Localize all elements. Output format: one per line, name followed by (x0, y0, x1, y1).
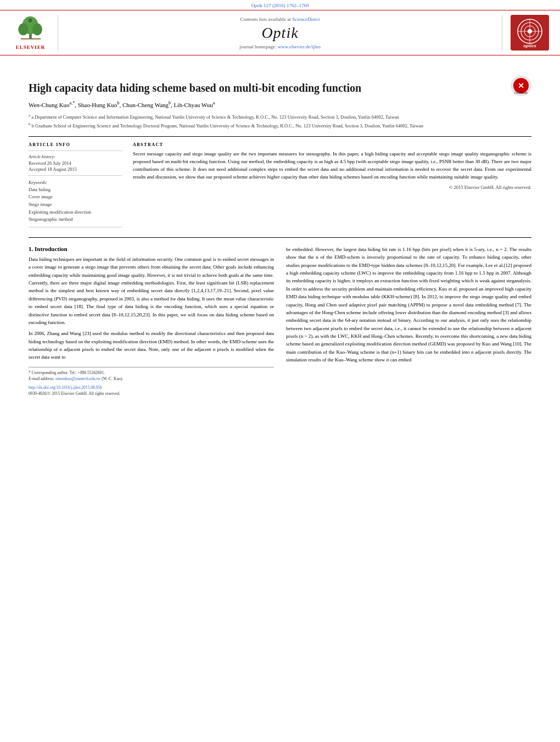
section1-right-para1: be embedded. However, the largest data h… (286, 246, 531, 364)
svg-point-2 (18, 24, 28, 36)
info-divider-mid (29, 175, 122, 176)
svg-text:✕: ✕ (518, 81, 524, 90)
homepage-line: journal homepage: www.elsevier.de/ijleo (239, 44, 320, 49)
journal-header: ELSEVIER Contents lists available at Sci… (0, 10, 560, 55)
right-column: be embedded. However, the largest data h… (286, 246, 531, 397)
keywords-label: Keywords: (29, 180, 122, 185)
keyword-1: Data hiding (29, 186, 122, 194)
article-info-title: ARTICLE INFO (29, 142, 122, 147)
body-columns: 1. Introduction Data hiding techniques a… (29, 246, 531, 397)
abstract-title: ABSTRACT (133, 142, 531, 147)
svg-text:optics: optics (523, 43, 536, 48)
svg-rect-5 (20, 38, 40, 40)
journal-center: Contents lists available at ScienceDirec… (64, 15, 496, 51)
sciencedirect-link[interactable]: ScienceDirect (292, 16, 320, 22)
footnote-corresponding: * Corresponding author. Tel.: +886 55342… (29, 370, 274, 376)
keyword-5: Steganographic method (29, 216, 122, 224)
homepage-link[interactable]: www.elsevier.de/ijleo (278, 44, 321, 49)
article-info-column: ARTICLE INFO Article history: Received 2… (29, 142, 122, 231)
footnote-section: * Corresponding author. Tel.: +886 55342… (29, 367, 274, 382)
affiliations: a a Department of Computer Science and I… (29, 113, 531, 130)
page: Optik 127 (2016) 1762–1769 ELSEVIER Con (0, 0, 560, 742)
info-divider-top (29, 150, 122, 151)
optik-logo-icon: optics (511, 15, 549, 51)
svg-point-4 (28, 18, 32, 22)
affiliation-b: b b Graduate School of Engineering Scien… (29, 121, 531, 130)
left-column: 1. Introduction Data hiding techniques a… (29, 246, 274, 397)
affiliation-a: a a Department of Computer Science and I… (29, 113, 531, 121)
article-title: High capacity data hiding scheme based o… (29, 81, 504, 95)
received-date: Received 26 July 2014 (29, 160, 122, 166)
contents-line: Contents lists available at ScienceDirec… (240, 16, 320, 22)
abstract-text: Secret message capacity and stego image … (133, 150, 531, 181)
optik-logo-box: optics (502, 15, 551, 51)
keyword-3: Stego image (29, 201, 122, 209)
accepted-date: Accepted 18 August 2015 (29, 166, 122, 172)
keywords-section: Keywords: Data hiding Cover image Stego … (29, 180, 122, 224)
crossmark-icon: ✕ CrossMark (511, 75, 531, 96)
info-divider-bot (29, 227, 122, 227)
crossmark-logo: ✕ CrossMark (511, 75, 531, 97)
doi-line: http://dx.doi.org/10.1016/j.ijleo.2015.0… (29, 385, 274, 390)
issn-line: 0030-4026/© 2015 Elsevier GmbH. All righ… (29, 391, 274, 396)
body-divider (29, 237, 531, 238)
section-divider (29, 136, 531, 137)
elsevier-tree-icon (14, 15, 47, 43)
keyword-4: Exploiting modification direction (29, 209, 122, 216)
section1-para1: Data hiding techniques are important in … (29, 255, 274, 327)
authors-line: Wen-Chung Kuoa,*, Shao-Hung Kuob, Chun-C… (29, 101, 531, 108)
email-link[interactable]: simonkuo@yuntech.edu.tw (55, 376, 100, 381)
copyright-line: © 2015 Elsevier GmbH. All rights reserve… (133, 185, 531, 190)
svg-text:CrossMark: CrossMark (514, 91, 528, 94)
elsevier-logo: ELSEVIER (9, 15, 58, 51)
info-abstract-section: ARTICLE INFO Article history: Received 2… (29, 142, 531, 231)
history-label: Article history: (29, 154, 122, 159)
keyword-2: Cover image (29, 193, 122, 201)
footnote-email: E-mail address: simonkuo@yuntech.edu.tw … (29, 376, 274, 382)
main-content: High capacity data hiding scheme based o… (0, 55, 560, 401)
section1-para2: In 2006, Zhang and Wang [23] used the mo… (29, 330, 274, 361)
journal-name: Optik (261, 24, 298, 42)
abstract-section: ABSTRACT Secret message capacity and ste… (133, 142, 531, 231)
elsevier-label: ELSEVIER (16, 44, 46, 50)
optik-logo-svg: optics (511, 15, 549, 51)
doi-link[interactable]: http://dx.doi.org/10.1016/j.ijleo.2015.0… (29, 385, 102, 390)
svg-point-3 (32, 24, 42, 36)
section1-heading: 1. Introduction (29, 246, 274, 252)
journal-id: Optik 127 (2016) 1762–1769 (0, 0, 560, 10)
